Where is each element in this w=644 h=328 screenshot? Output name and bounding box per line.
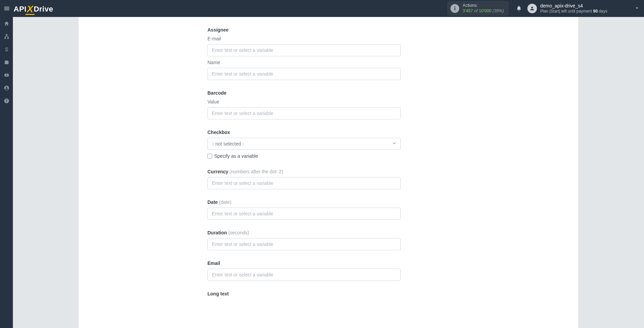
actions-values: 3'457 of 10'000 (35%): [463, 8, 504, 14]
input-email[interactable]: [207, 269, 401, 281]
notifications-button[interactable]: [514, 5, 524, 12]
user-name: demo_apix-drive_s4: [540, 3, 607, 9]
select-checkbox[interactable]: - not selected -: [207, 138, 401, 150]
label-assignee-email: E-mail: [207, 36, 401, 41]
logo-text-left: API: [14, 5, 26, 14]
input-barcode-value[interactable]: [207, 107, 401, 119]
user-menu[interactable]: demo_apix-drive_s4 Plan |Start| left unt…: [527, 3, 607, 14]
logo[interactable]: API X Drive: [14, 3, 53, 14]
actions-label: Actions:: [463, 3, 504, 8]
specify-as-variable-checkbox[interactable]: [207, 154, 212, 158]
sidebar-item-account[interactable]: [0, 81, 13, 94]
logo-text-mid: X: [27, 4, 33, 15]
date-title: Date: [207, 199, 218, 205]
home-icon: [4, 21, 9, 26]
plan-suffix: days: [598, 9, 607, 14]
hamburger-icon: [3, 5, 10, 12]
section-title-barcode: Barcode: [207, 90, 401, 96]
sitemap-icon: [4, 34, 9, 39]
duration-hint: (seconds): [228, 230, 249, 235]
duration-title: Duration: [207, 230, 227, 235]
youtube-icon: [4, 72, 9, 78]
actions-total: 10'000: [479, 8, 491, 13]
plan-prefix: Plan |Start| left until payment: [540, 9, 593, 14]
currency-hint: (numbers after the dot: 2): [229, 169, 283, 174]
input-assignee-email[interactable]: [207, 44, 401, 56]
svg-rect-2: [7, 38, 8, 39]
question-icon: [4, 98, 9, 104]
user-text: demo_apix-drive_s4 Plan |Start| left unt…: [540, 3, 607, 14]
sidebar-item-home[interactable]: [0, 17, 13, 30]
svg-rect-1: [4, 38, 5, 39]
section-title-date: Date (date): [207, 199, 401, 205]
svg-rect-0: [6, 34, 7, 35]
label-assignee-name: Name: [207, 60, 401, 65]
section-title-duration: Duration (seconds): [207, 230, 401, 235]
section-title-longtext: Long text: [207, 291, 401, 296]
menu-toggle-button[interactable]: [0, 0, 14, 17]
section-title-assignee: Assignee: [207, 27, 401, 33]
actions-percent: (35%): [492, 8, 504, 13]
avatar: [527, 4, 537, 13]
briefcase-icon: [4, 59, 9, 65]
actions-current: 3'457: [463, 8, 473, 13]
user-menu-caret[interactable]: [607, 6, 639, 12]
bell-icon: [516, 5, 522, 12]
logo-text-right: Drive: [34, 5, 53, 14]
form-left-spacer: [79, 17, 197, 328]
label-barcode-value: Value: [207, 99, 401, 104]
page-body: Assignee E-mail Name Barcode Value Check…: [13, 17, 644, 328]
actions-text: Actions: 3'457 of 10'000 (35%): [463, 3, 504, 14]
chevron-down-icon: [635, 6, 639, 11]
sidebar-item-help[interactable]: [0, 94, 13, 107]
input-assignee-name[interactable]: [207, 68, 401, 80]
user-plan: Plan |Start| left until payment 90 days: [540, 9, 607, 14]
actions-counter[interactable]: i Actions: 3'457 of 10'000 (35%): [447, 1, 508, 15]
input-date[interactable]: [207, 208, 401, 220]
select-checkbox-value: - not selected -: [207, 138, 401, 150]
sidebar-item-video[interactable]: [0, 69, 13, 81]
specify-as-variable-row: Specify as a variable: [207, 153, 401, 159]
dollar-icon: [4, 46, 9, 52]
section-title-checkbox: Checkbox: [207, 130, 401, 135]
form-column: Assignee E-mail Name Barcode Value Check…: [197, 17, 414, 328]
user-circle-icon: [4, 85, 9, 91]
user-icon: [529, 6, 535, 11]
actions-of: of: [474, 8, 478, 13]
section-title-currency: Currency (numbers after the dot: 2): [207, 169, 401, 174]
sidebar-item-connections[interactable]: [0, 30, 13, 43]
input-duration[interactable]: [207, 238, 401, 250]
sidebar-item-billing[interactable]: [0, 43, 13, 56]
main-panel: Assignee E-mail Name Barcode Value Check…: [79, 17, 578, 328]
specify-as-variable-label: Specify as a variable: [214, 153, 258, 159]
plan-days: 90: [593, 9, 598, 14]
date-hint: (date): [219, 199, 232, 205]
left-sidebar: [0, 17, 13, 328]
top-bar: API X Drive i Actions: 3'457 of 10'000 (…: [0, 0, 644, 17]
input-currency[interactable]: [207, 177, 401, 189]
info-icon: i: [450, 4, 459, 13]
section-title-email: Email: [207, 261, 401, 266]
sidebar-item-work[interactable]: [0, 56, 13, 69]
currency-title: Currency: [207, 169, 228, 174]
